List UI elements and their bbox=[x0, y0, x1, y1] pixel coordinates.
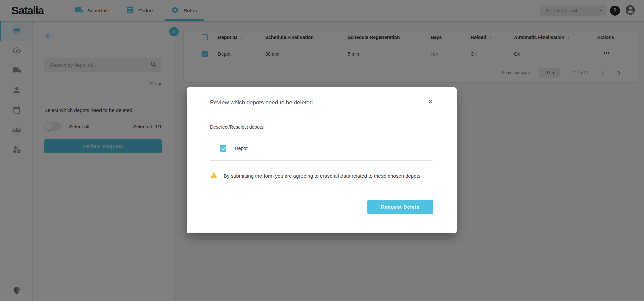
depot-label: Depot bbox=[235, 146, 248, 151]
request-delete-button[interactable]: Request Delete bbox=[367, 200, 433, 214]
dialog-title: Review which depots need to be deleted bbox=[210, 99, 313, 106]
delete-review-dialog: Review which depots need to be deleted ✕… bbox=[187, 87, 457, 233]
app-root: Satalia Schedule Orders Setup Select a d… bbox=[0, 0, 644, 301]
warning-icon bbox=[210, 171, 218, 180]
close-icon: ✕ bbox=[428, 98, 433, 105]
warning-row: By submitting the form you are agreeing … bbox=[210, 171, 433, 180]
deselect-reselect-link[interactable]: Deselect/Reselect depots bbox=[210, 124, 264, 130]
warning-text: By submitting the form you are agreeing … bbox=[224, 173, 420, 179]
depot-selection-box: Depot bbox=[210, 136, 433, 161]
close-button[interactable]: ✕ bbox=[428, 99, 433, 105]
depot-checkbox[interactable] bbox=[220, 145, 226, 152]
dialog-actions: Request Delete bbox=[210, 200, 433, 214]
dialog-header: Review which depots need to be deleted ✕ bbox=[210, 87, 433, 106]
